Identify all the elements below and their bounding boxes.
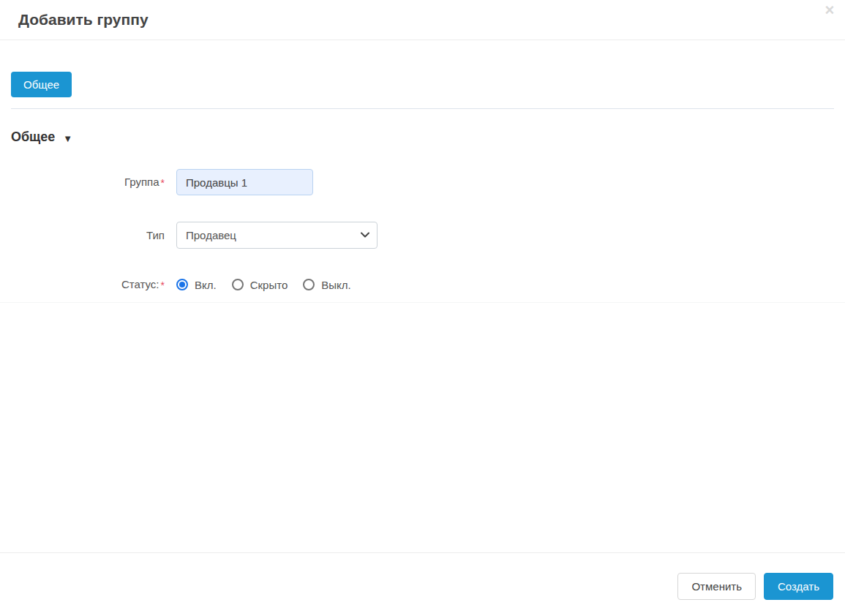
group-name-input[interactable]	[176, 169, 313, 195]
status-radio-off[interactable]: Выкл.	[303, 279, 350, 291]
tabs-row: Общее	[0, 40, 845, 108]
radio-icon	[176, 279, 188, 290]
status-radio-group: Вкл. Скрыто Выкл.	[176, 279, 367, 291]
create-button[interactable]: Создать	[764, 573, 833, 600]
add-group-modal: Добавить группу × Общее Общее ▼ Группа* …	[0, 0, 845, 616]
required-marker: *	[161, 279, 165, 291]
modal-header: Добавить группу ×	[0, 0, 845, 40]
modal-body: Общее Общее ▼ Группа* Тип Продавец	[0, 40, 845, 552]
radio-icon	[303, 279, 315, 290]
type-select-wrap: Продавец	[176, 222, 378, 249]
type-field-label: Тип	[0, 229, 165, 241]
general-form: Группа* Тип Продавец Статус:*	[0, 169, 845, 303]
type-select[interactable]: Продавец	[176, 222, 378, 249]
section-header-general[interactable]: Общее ▼	[11, 129, 72, 145]
form-row-status: Статус:* Вкл. Скрыто Выкл.	[0, 278, 845, 291]
tab-general[interactable]: Общее	[11, 72, 72, 97]
tabs-divider	[11, 108, 834, 109]
cancel-button[interactable]: Отменить	[677, 573, 756, 600]
form-row-type: Тип Продавец	[0, 222, 845, 249]
form-row-group: Группа*	[0, 169, 845, 195]
status-radio-on[interactable]: Вкл.	[176, 279, 217, 291]
status-field-label: Статус:*	[0, 278, 165, 291]
status-radio-hidden[interactable]: Скрыто	[232, 279, 288, 291]
modal-title: Добавить группу	[18, 11, 149, 29]
close-icon[interactable]: ×	[820, 1, 839, 20]
group-field-label: Группа*	[0, 176, 165, 189]
modal-footer: Отменить Создать	[0, 552, 845, 616]
radio-icon	[232, 279, 244, 290]
required-marker: *	[161, 177, 165, 189]
caret-down-icon: ▼	[63, 132, 72, 143]
section-title: Общее	[11, 129, 55, 145]
